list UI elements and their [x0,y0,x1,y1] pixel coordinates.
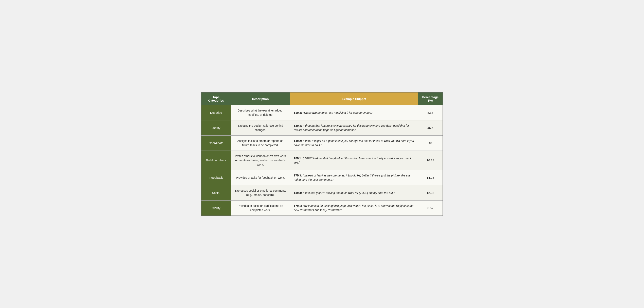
example-text: “I thought that feature is only necessar… [294,124,409,132]
table-row: CoordinateAssigns tasks to others or rep… [201,136,443,151]
cell-description: Assigns tasks to others or reports on fu… [231,136,290,151]
cell-category: Build on others [201,151,231,170]
cell-percentage: 83.8 [418,105,443,120]
example-label: T3M3: [294,191,302,194]
cell-example: T3M3: “I feel bad [as] I’m leaving too m… [290,185,418,201]
cell-example: T6M1: “[T6M2] told me that [they] added … [290,151,418,170]
cell-example: T4M2: “I think it might be a good idea i… [290,136,418,151]
data-table: Tape Categories Description Example Snip… [201,92,443,216]
cell-category: Feedback [201,170,231,185]
example-label: T4M2: [294,139,302,142]
example-text: “These two buttons I am modifying it for… [302,111,373,114]
main-table-container: Tape Categories Description Example Snip… [201,92,443,216]
header-percentage: Percentage (%) [418,92,443,105]
cell-description: Invites others to work on one’s own work… [231,151,290,170]
example-text: “I think it might be a good idea if you … [294,139,414,147]
cell-example: T1M3: “These two buttons I am modifying … [290,105,418,120]
header-description: Description [231,92,290,105]
cell-category: Describe [201,105,231,120]
cell-description: Provides or asks for clarifications on c… [231,201,290,216]
table-row: JustifyExplains the design rationale beh… [201,120,443,136]
header-row: Tape Categories Description Example Snip… [201,92,443,105]
cell-description: Explains the design rationale behind cha… [231,120,290,136]
cell-category: Clarify [201,201,231,216]
example-text: “Instead of leaving the comments, it [wo… [294,174,411,181]
example-label: T1M3: [294,111,302,114]
cell-example: T2M3: “I thought that feature is only ne… [290,120,418,136]
cell-description: Expresses social or emotional comments (… [231,185,290,201]
example-label: T6M1: [294,157,302,160]
example-label: T2M3: [294,124,302,127]
header-category: Tape Categories [201,92,231,105]
cell-percentage: 14.28 [418,170,443,185]
table-row: DescribeDescribes what the explainer add… [201,105,443,120]
cell-example: T7M3: “Instead of leaving the comments, … [290,170,418,185]
cell-example: T7M1: “My intention [of making] this pag… [290,201,418,216]
table-row: ClarifyProvides or asks for clarificatio… [201,201,443,216]
cell-percentage: 46.6 [418,120,443,136]
cell-percentage: 12.38 [418,185,443,201]
cell-percentage: 40 [418,136,443,151]
cell-category: Justify [201,120,231,136]
example-label: T7M1: [294,204,302,207]
table-row: SocialExpresses social or emotional comm… [201,185,443,201]
example-text: “I feel bad [as] I’m leaving too much wo… [302,191,394,194]
cell-category: Social [201,185,231,201]
cell-description: Describes what the explainer added, modi… [231,105,290,120]
table-row: FeedbackProvides or asks for feedback on… [201,170,443,185]
cell-category: Coordinate [201,136,231,151]
table-row: Build on othersInvites others to work on… [201,151,443,170]
example-text: “My intention [of making] this page, thi… [294,204,414,212]
cell-description: Provides or asks for feedback on work. [231,170,290,185]
cell-percentage: 8.57 [418,201,443,216]
example-label: T7M3: [294,174,302,177]
example-text: “[T6M2] told me that [they] added this b… [294,157,411,164]
cell-percentage: 16.19 [418,151,443,170]
table-body: DescribeDescribes what the explainer add… [201,105,443,216]
header-example: Example Snippet [290,92,418,105]
